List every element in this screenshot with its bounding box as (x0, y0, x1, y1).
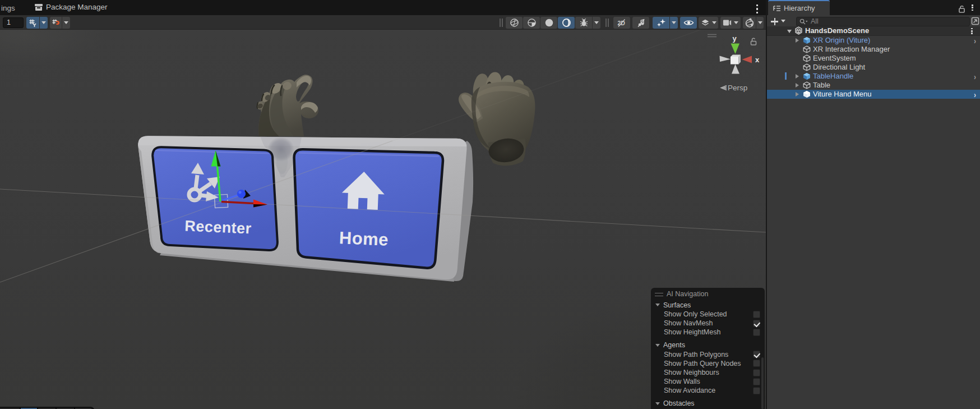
overlay-grip-icon[interactable] (655, 293, 663, 296)
checkbox-show-avoidance[interactable] (753, 387, 760, 394)
foldout-open-icon[interactable] (787, 30, 792, 33)
hierarchy-item-xr-interaction-manager[interactable]: XR Interaction Manager (767, 45, 980, 54)
ai-navigation-title: AI Navigation (667, 290, 708, 298)
grid-visibility-button[interactable] (26, 17, 39, 29)
toggle-show-navmesh[interactable]: Show NavMesh (651, 319, 765, 328)
item-label: Viture Hand Menu (813, 90, 872, 98)
checkbox-show-only-selected[interactable] (753, 311, 760, 318)
camera-icon (723, 19, 732, 26)
draw-mode-shaded-wireframe-button[interactable] (523, 17, 540, 29)
search-icon (799, 19, 808, 25)
checkbox-show-heightmesh[interactable] (753, 329, 760, 336)
snap-settings-button[interactable] (50, 17, 62, 29)
foldout-closed-icon[interactable] (796, 83, 799, 88)
tab-hierarchy[interactable]: Hierarchy (768, 0, 830, 15)
toggle-show-walls[interactable]: Show Walls (651, 377, 765, 386)
toggle-show-only-selected[interactable]: Show Only Selected (651, 310, 765, 319)
overlay-scrollbar[interactable] (761, 357, 764, 409)
grid-size-field[interactable]: 1 (3, 17, 24, 28)
projection-mode-label[interactable]: Persp (728, 84, 747, 92)
lock-open-icon[interactable] (958, 5, 965, 13)
prefab-cube-icon (803, 36, 811, 44)
grid-y-icon (29, 19, 37, 27)
hierarchy-item-table[interactable]: Table (767, 81, 980, 90)
toggle-label: Show Only Selected (664, 310, 753, 318)
scene-tab-kebab-icon[interactable] (756, 4, 759, 13)
item-label: XR Interaction Manager (813, 45, 890, 53)
scene-visibility-button[interactable] (680, 17, 697, 29)
checkbox-show-path-polygons[interactable] (753, 351, 760, 358)
section-surfaces[interactable]: Surfaces (651, 300, 765, 310)
foldout-arrow-icon (655, 402, 660, 405)
home-button[interactable]: Home (294, 149, 443, 268)
toggle-show-path-query-nodes[interactable]: Show Path Query Nodes (651, 359, 765, 368)
audio-mute-button[interactable] (632, 17, 649, 29)
tab-project-settings-partial[interactable]: ings (1, 4, 15, 12)
hierarchy-item-directional-light[interactable]: Directional Light (767, 63, 980, 72)
scene-root-label: HandsDemoScene (805, 26, 869, 35)
checkbox-show-navmesh[interactable] (753, 320, 760, 327)
gizmos-dropdown[interactable] (756, 17, 764, 29)
scene-row-kebab-icon[interactable] (971, 28, 973, 35)
hierarchy-item-viture-hand-menu[interactable]: Viture Hand Menu › (767, 90, 980, 99)
toggle-label: Show Path Polygons (664, 351, 753, 359)
recenter-button-label: Recenter (184, 218, 252, 237)
hierarchy-tab-bar: Hierarchy (767, 0, 980, 15)
camera-view-button[interactable] (720, 17, 741, 29)
snap-magnet-icon (52, 19, 60, 27)
snap-settings-dropdown[interactable] (62, 17, 70, 29)
prefab-cube-selected-icon (803, 90, 811, 98)
hierarchy-item-xr-origin[interactable]: XR Origin (Viture) › (767, 36, 980, 45)
scene-root-row[interactable]: HandsDemoScene (767, 26, 980, 36)
foldout-closed-icon[interactable] (796, 74, 799, 79)
gameobject-cube-icon (803, 81, 811, 89)
window-tab-bar: ings Package Manager (0, 0, 766, 15)
gizmos-button[interactable] (743, 17, 756, 29)
hierarchy-search-field[interactable]: All (796, 17, 970, 26)
section-surfaces-label: Surfaces (663, 301, 691, 309)
checkbox-show-walls[interactable] (753, 378, 760, 385)
axis-y-label: y (732, 34, 737, 43)
scene-effects-button[interactable] (653, 17, 669, 29)
hierarchy-item-tablehandle[interactable]: TableHandle › (767, 72, 980, 81)
scene-debug-dropdown[interactable] (593, 17, 600, 29)
scene-debug-button[interactable] (575, 17, 592, 29)
layers-icon (701, 19, 710, 27)
bug-icon (579, 18, 589, 27)
create-dropdown-icon[interactable] (781, 20, 785, 22)
scene-effects-dropdown[interactable] (670, 17, 678, 29)
section-obstacles[interactable]: Obstacles (651, 399, 765, 408)
item-label: TableHandle (813, 72, 853, 80)
foldout-closed-icon[interactable] (796, 38, 799, 43)
foldout-closed-icon[interactable] (796, 92, 799, 96)
toggle-label: Show HeightMesh (664, 328, 753, 336)
toggle-show-heightmesh[interactable]: Show HeightMesh (651, 328, 765, 337)
hierarchy-kebab-icon[interactable] (972, 4, 973, 11)
toggle-show-path-polygons[interactable]: Show Path Polygons (651, 350, 765, 359)
2d-mode-button[interactable]: 2D (613, 17, 630, 29)
toggle-show-neighbours[interactable]: Show Neighbours (651, 368, 765, 377)
checkbox-show-neighbours[interactable] (753, 369, 760, 376)
grid-visibility-dropdown[interactable] (40, 17, 48, 29)
draw-mode-unlit-button[interactable] (540, 17, 557, 29)
prefab-chevron-icon[interactable]: › (974, 90, 976, 100)
draw-mode-wireframe-button[interactable] (506, 17, 523, 29)
home-button-label: Home (339, 228, 389, 250)
tab-package-manager[interactable]: Package Manager (35, 3, 108, 11)
section-obstacles-label: Obstacles (663, 399, 695, 407)
picker-window-icon[interactable] (971, 17, 979, 25)
toggle-show-avoidance[interactable]: Show Avoidance (651, 386, 765, 395)
layers-button[interactable] (699, 17, 718, 29)
scene-lighting-button[interactable] (558, 17, 575, 29)
dropdown-arrow-icon (734, 21, 738, 24)
create-add-icon[interactable] (771, 18, 778, 25)
gizmo-center-cube[interactable] (731, 55, 741, 65)
checkbox-show-path-query-nodes[interactable] (753, 360, 760, 367)
hierarchy-tree: HandsDemoScene XR Origin (Viture) › (767, 26, 980, 99)
tools-overlay-partial[interactable] (0, 407, 95, 409)
section-agents[interactable]: Agents (651, 341, 765, 350)
toggle-label: Show Path Query Nodes (664, 360, 753, 367)
hierarchy-item-eventsystem[interactable]: EventSystem (767, 54, 980, 63)
search-placeholder: All (811, 17, 819, 25)
section-agents-label: Agents (663, 341, 685, 349)
